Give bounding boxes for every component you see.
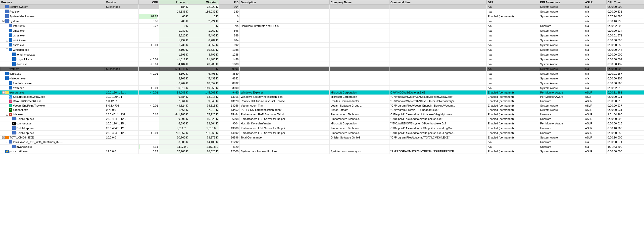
cmdline-cell <box>389 33 487 38</box>
expand-icon[interactable]: - <box>2 91 5 94</box>
dep-cell: n/a <box>487 62 539 67</box>
table-row[interactable]: vmmem Suspended514,048 K16 K9196n/aSyste… <box>0 67 644 71</box>
col-header-cpu[interactable]: CPU <box>139 0 159 5</box>
expand-icon[interactable]: - <box>6 141 8 143</box>
version-cell: 0.73.0.0 <box>105 108 139 112</box>
col-header-dep[interactable]: DEP <box>487 0 539 5</box>
expand-icon[interactable]: - <box>6 49 8 51</box>
table-row[interactable]: dwm.exe < 0.0134,184 K48,280 K1680n/aSys… <box>0 62 644 67</box>
dep-cell: Enabled (permanent) <box>487 112 539 117</box>
private-cell: 2,708 K <box>159 76 189 81</box>
dpi-cell: System Aware <box>539 48 584 52</box>
process-cell: dwm.exe <box>0 86 105 90</box>
expand-icon[interactable]: - <box>6 39 8 41</box>
table-row[interactable]: csrss.exe < 0.011,736 K4,652 K992n/aSyst… <box>0 43 644 48</box>
table-row[interactable]: fontdrvhost.exe 1,696 K3,792 K1248n/aSys… <box>0 52 644 57</box>
process-name: vmmem <box>10 67 19 70</box>
table-row[interactable]: DelphiLsp.exe 28.0.46481.12...< 0.01701,… <box>0 130 644 135</box>
version-cell <box>105 62 139 67</box>
desc-cell <box>240 140 329 145</box>
aslr-cell: ASLR <box>584 126 606 130</box>
process-icon <box>9 24 12 28</box>
col-header-company[interactable]: Company Name <box>329 0 389 5</box>
col-header-private[interactable]: Private ... <box>159 0 189 5</box>
table-row[interactable]: csrss.exe < 0.013,192 K6,496 K8580n/aSys… <box>0 71 644 76</box>
table-row[interactable]: DelphiLsp.exe 28.0.46481.12...1,011.7...… <box>0 126 644 130</box>
table-row[interactable]: smss.exe 1,080 K1,260 K596n/aSystem Awar… <box>0 28 644 33</box>
company-cell: Microsoft Corporation <box>329 95 389 99</box>
col-header-cputime[interactable]: CPU Time <box>606 0 644 5</box>
table-row[interactable]: dwm.exe < 0.01150,316 K149,256 K3000n/aS… <box>0 86 644 90</box>
table-row[interactable]: winlogon.exe 2,708 K45,432 K8632n/aSyste… <box>0 76 644 81</box>
col-header-dpi[interactable]: DPI Awareness <box>539 0 584 5</box>
cputime-cell: 0:00:00.000 <box>606 67 644 71</box>
version-cell: Suspended <box>105 67 139 71</box>
process-name: Secure System <box>10 5 28 8</box>
working-cell: 14,108 K <box>189 140 219 145</box>
dpi-cell: Unaware <box>539 140 584 145</box>
version-cell: 28.0.46481.12... <box>105 126 139 130</box>
process-cell: P pageant.exe <box>0 108 105 112</box>
pid-cell: 8580 <box>219 71 240 76</box>
table-row[interactable]: DelphiLsp.exe 28.0.46481.12...9,296 K16,… <box>0 117 644 121</box>
process-cell: winlogon.exe <box>0 76 105 81</box>
private-cell: 1,117.0... <box>159 145 189 149</box>
table-row[interactable]: P pageant.exe 0.73.0.01,468 K7,912 K1345… <box>0 108 644 112</box>
process-icon <box>9 81 12 85</box>
table-row[interactable]: Interrupts 0.270 K0 Kn/aHardware Interru… <box>0 24 644 28</box>
table-row[interactable]: C conhost.exe 10.0.19041.15...6,696 K12,… <box>0 121 644 126</box>
pid-cell: 9460 <box>219 90 240 95</box>
table-row[interactable]: fontdrvhost.exe 6,264 K10,052 K8932n/aSy… <box>0 81 644 86</box>
col-header-cmdline[interactable]: Command Line <box>389 0 487 5</box>
cpu-cell <box>139 67 159 71</box>
private-cell: 30,760 K <box>159 135 189 140</box>
col-header-working[interactable]: Workin... <box>189 0 219 5</box>
table-row[interactable]: csrss.exe 2,620 K5,496 K888n/aSystem Awa… <box>0 33 644 38</box>
table-row[interactable]: - wininit.exe 1,492 K6,784 K984n/aSystem… <box>0 38 644 43</box>
table-row[interactable]: 🛡 SecurityHealthSystray.exe 10.0.19041.1… <box>0 95 644 99</box>
process-icon <box>12 117 16 121</box>
working-cell: 2,224 K <box>189 19 219 24</box>
aslr-cell: n/a <box>584 52 606 57</box>
table-row[interactable]: - T TOTALCMD64.EXE 10.0.0.030,760 K73,37… <box>0 135 644 140</box>
process-cell: - T TOTALCMD64.EXE <box>0 135 105 140</box>
dpi-cell: System Aware <box>539 33 584 38</box>
table-row[interactable]: ⚡ procexp64.exe 17.0.0.00.2757,208 K78,5… <box>0 149 644 154</box>
table-row[interactable]: Registry 19,136 K186,032 K180n/aSystem A… <box>0 9 644 14</box>
table-row[interactable]: 🔊 RtkAudUService64.exe 1.0.420.12,064 K9… <box>0 99 644 104</box>
table-row[interactable]: Secure System Suspended184 K72,920 K104n… <box>0 5 644 9</box>
company-cell: Embarcadero Technolo... <box>329 126 389 130</box>
table-row[interactable]: myahew.exe 6.111,117.0...1,150.8...4120n… <box>0 145 644 149</box>
working-cell: 701,268 K <box>189 130 219 135</box>
process-name: System <box>10 20 19 23</box>
col-header-version[interactable]: Version <box>105 0 139 5</box>
col-header-desc[interactable]: Description <box>240 0 329 5</box>
table-row[interactable]: - winlogon.exe 2,100 K10,332 K1088n/aSys… <box>0 48 644 52</box>
table-row[interactable]: System Idle Process 89.8760 K8 K0Enabled… <box>0 14 644 19</box>
table-row[interactable]: - InstallAware_X15_With_Runtimes_32.23.e… <box>0 140 644 145</box>
version-cell <box>105 9 139 14</box>
col-header-process[interactable]: Process <box>0 0 105 5</box>
table-row[interactable]: - 📁 explorer.exe 10.0.19041.21...< 0.019… <box>0 90 644 95</box>
dep-cell: n/a <box>487 52 539 57</box>
table-row[interactable]: - R bds.exe 28.0.46141.9370.18441,180 K1… <box>0 112 644 117</box>
process-name: bds.exe <box>13 113 23 116</box>
cmdline-cell: "C:\Program Files\totalcmd\TOTALCMD64.EX… <box>389 135 487 140</box>
working-cell: 48,280 K <box>189 62 219 67</box>
dep-cell: Enabled (permanent) <box>487 126 539 130</box>
cputime-cell: 0:00:00.937 <box>606 103 644 108</box>
col-header-aslr[interactable]: ASLR <box>584 0 606 5</box>
dpi-cell: System Aware <box>539 14 584 19</box>
cputime-cell: 0:00:00.671 <box>606 140 644 145</box>
col-header-pid[interactable]: PID <box>219 0 240 5</box>
table-row[interactable]: - System 0.36200 K2,224 K4n/an/a0:00:46.… <box>0 19 644 24</box>
process-icon <box>5 5 9 9</box>
process-table-container[interactable]: Process Version CPU Private ... Workin..… <box>0 0 644 233</box>
working-cell: 145,068 K <box>189 90 219 95</box>
expand-icon[interactable]: - <box>2 136 5 139</box>
expand-icon[interactable]: - <box>6 113 8 116</box>
table-row[interactable]: LogonUI.exe < 0.0141,812 K71,400 K1456n/… <box>0 57 644 62</box>
process-cell: DelphiLsp.exe <box>0 126 105 130</box>
table-row[interactable]: V Veeam.EndPoint.Tray.exe 5.0.3.4708< 0.… <box>0 103 644 108</box>
expand-icon[interactable]: - <box>2 20 5 22</box>
